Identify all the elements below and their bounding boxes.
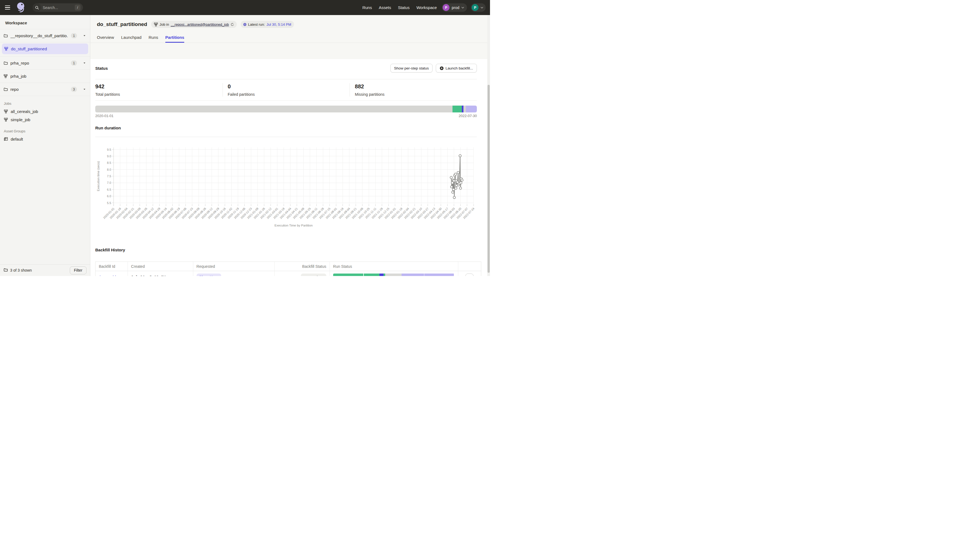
sidebar-item-default[interactable]: default bbox=[0, 135, 90, 143]
sidebar-footer: 3 of 3 shown Filter bbox=[0, 264, 90, 276]
plus-circle-icon bbox=[440, 66, 444, 70]
sidebar-heading: Workspace bbox=[0, 15, 90, 29]
search-shortcut-badge: / bbox=[75, 5, 81, 10]
job-location-chip: Job in __reposi...artitioned@partitioned… bbox=[151, 21, 237, 28]
sidebar-item--repository-do-stuff-partitio-[interactable]: __repository__do_stuff_partitio...1 bbox=[0, 29, 90, 43]
partition-bar-segment bbox=[463, 106, 466, 113]
partition-bar-segment bbox=[452, 106, 462, 113]
sidebar-item-label: do_stuff_partitioned bbox=[11, 46, 47, 51]
run-status-bar[interactable] bbox=[333, 274, 454, 276]
sidebar-section-asset-groups: Asset Groupsdefault bbox=[0, 128, 90, 143]
backfill-created-time: Jul 30, 5:12 PM bbox=[131, 275, 165, 276]
folder-icon bbox=[3, 34, 8, 38]
sidebar-section-heading: Asset Groups bbox=[0, 128, 90, 135]
tab-runs[interactable]: Runs bbox=[149, 32, 158, 43]
column-header-actions bbox=[458, 262, 481, 271]
user-avatar: P bbox=[472, 4, 479, 11]
backfill-status-badge: Incomplete bbox=[301, 274, 326, 276]
search-input[interactable] bbox=[43, 5, 70, 10]
run-duration-heading: Run duration bbox=[95, 125, 477, 130]
partition-status-bar[interactable] bbox=[95, 106, 477, 113]
job-count-badge: 3 bbox=[71, 87, 77, 92]
hamburger-menu-icon[interactable] bbox=[3, 3, 12, 12]
job-tabs: OverviewLaunchpadRunsPartitions bbox=[90, 32, 490, 43]
repos-shown-count: 3 of 3 shown bbox=[10, 268, 32, 273]
refresh-icon[interactable] bbox=[231, 23, 234, 26]
top-nav-link-assets[interactable]: Assets bbox=[379, 5, 391, 10]
top-nav-link-runs[interactable]: Runs bbox=[363, 5, 372, 10]
job-icon bbox=[4, 109, 8, 114]
sidebar-section-jobs: Jobsall_cereals_jobsimple_job bbox=[0, 100, 90, 124]
partition-bar-segment bbox=[466, 106, 477, 113]
sidebar-item-do-stuff-partitioned[interactable]: do_stuff_partitioned bbox=[0, 43, 90, 57]
data-point-marker bbox=[461, 179, 463, 181]
range-end-date: 2022-07-30 bbox=[459, 114, 477, 118]
sidebar-item-label: __repository__do_stuff_partitio... bbox=[10, 33, 68, 38]
partition-bar-segment bbox=[424, 274, 454, 276]
backfill-history-table: Backfill IdCreatedRequestedBackfill Stat… bbox=[95, 262, 481, 276]
requested-partitions-chip[interactable]: 60 partitions bbox=[197, 274, 221, 276]
tab-overview[interactable]: Overview bbox=[97, 32, 114, 43]
deployment-switcher[interactable]: P prod bbox=[442, 3, 467, 12]
column-header-backfill-status: Backfill Status bbox=[275, 262, 330, 271]
y-tick-label: 5.5 bbox=[107, 201, 111, 205]
partition-bar-segment bbox=[95, 106, 452, 113]
column-header-backfill-id: Backfill Id bbox=[95, 262, 128, 271]
stat-missing-partitions: 882Missing partitions bbox=[350, 83, 477, 97]
job-icon bbox=[4, 117, 8, 122]
range-start-date: 2020-01-01 bbox=[95, 114, 114, 118]
job-count-badge: 1 bbox=[71, 33, 77, 38]
sidebar-item-repo[interactable]: repo3 bbox=[0, 83, 90, 96]
data-point-marker bbox=[450, 176, 452, 179]
run-status-dot bbox=[243, 23, 247, 26]
partition-range: 2020-01-01 2022-07-30 bbox=[95, 114, 477, 118]
run-duration-chart: 2020-01-012020-01-182020-02-042020-02-21… bbox=[95, 144, 477, 230]
sidebar-item-label: simple_job bbox=[11, 117, 30, 122]
top-nav-link-workspace[interactable]: Workspace bbox=[416, 5, 437, 10]
sidebar-section-heading: Jobs bbox=[0, 100, 90, 107]
column-header-run-status: Run Status bbox=[330, 262, 458, 271]
caret-down-icon[interactable] bbox=[83, 62, 86, 65]
dagster-logo-icon[interactable] bbox=[16, 2, 26, 13]
sidebar-item-simple-job[interactable]: simple_job bbox=[0, 116, 90, 124]
caret-down-icon[interactable] bbox=[83, 88, 86, 91]
data-point-marker bbox=[452, 191, 454, 194]
show-per-step-status-button[interactable]: Show per-step status bbox=[390, 64, 433, 73]
tab-partitions[interactable]: Partitions bbox=[165, 32, 184, 43]
user-menu[interactable]: P bbox=[471, 3, 485, 12]
sidebar-item-label: prha_repo bbox=[10, 61, 29, 65]
page-scrollbar[interactable] bbox=[487, 15, 490, 276]
chevron-down-icon bbox=[468, 276, 471, 276]
status-toolbar: Status Show per-step status Launch backf… bbox=[95, 64, 477, 73]
global-search[interactable]: / bbox=[33, 3, 83, 12]
y-axis-title: Execution time (secs) bbox=[97, 161, 100, 191]
data-point-marker bbox=[459, 155, 461, 157]
backfill-history-heading: Backfill History bbox=[95, 247, 477, 252]
job-count-badge: 1 bbox=[71, 60, 77, 66]
tab-launchpad[interactable]: Launchpad bbox=[121, 32, 142, 43]
repository-link[interactable]: __reposi...artitioned@partitioned_job bbox=[170, 22, 229, 27]
y-tick-label: 7.5 bbox=[107, 174, 111, 178]
partitions-content: Status Show per-step status Launch backf… bbox=[90, 59, 490, 276]
x-axis-title: Execution Time by Partition bbox=[275, 224, 313, 227]
top-nav-link-status[interactable]: Status bbox=[398, 5, 410, 10]
partition-bar-segment bbox=[364, 274, 379, 276]
launch-backfill-button[interactable]: Launch backfill... bbox=[436, 64, 477, 73]
filter-button[interactable]: Filter bbox=[70, 266, 86, 274]
row-actions-button[interactable] bbox=[465, 274, 474, 276]
partition-bar-segment bbox=[385, 274, 402, 276]
folder-icon bbox=[3, 61, 8, 65]
backfill-id-link[interactable]: jozrgsbh bbox=[99, 275, 117, 276]
job-icon bbox=[154, 22, 158, 27]
sidebar-item-prha-job[interactable]: prha_job bbox=[0, 70, 90, 83]
latest-run-link[interactable]: Jul 30, 5:14 PM bbox=[266, 22, 291, 27]
caret-down-icon[interactable] bbox=[83, 34, 86, 37]
sidebar-item-prha-repo[interactable]: prha_repo1 bbox=[0, 57, 90, 70]
sidebar-item-all-cereals-job[interactable]: all_cereals_job bbox=[0, 107, 90, 116]
column-header-created: Created bbox=[128, 262, 193, 271]
latest-run-chip: Latest run: Jul 30, 5:14 PM bbox=[240, 21, 294, 28]
scrollbar-thumb[interactable] bbox=[488, 85, 490, 273]
y-tick-label: 6.5 bbox=[107, 188, 111, 191]
folder-icon bbox=[3, 87, 8, 91]
data-point-marker bbox=[455, 187, 457, 190]
